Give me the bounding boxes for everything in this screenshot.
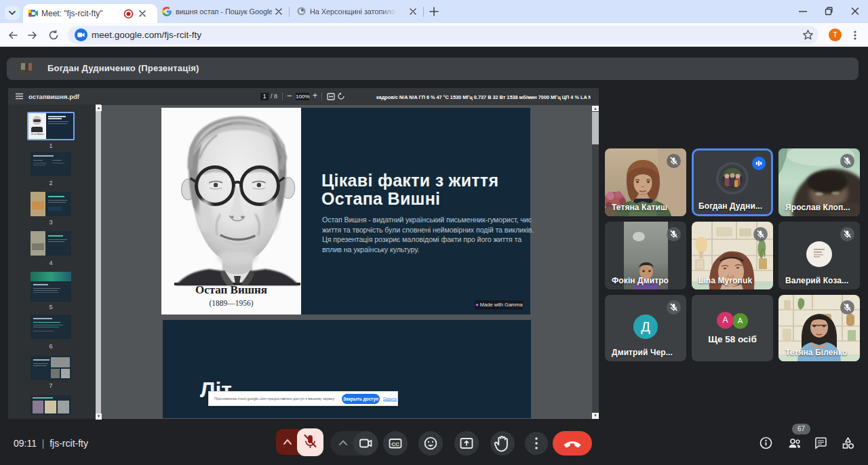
svg-text:Остап Вишня: Остап Вишня — [195, 283, 267, 296]
svg-text:CC: CC — [391, 441, 399, 447]
svg-text:(1889—1956): (1889—1956) — [209, 299, 253, 308]
